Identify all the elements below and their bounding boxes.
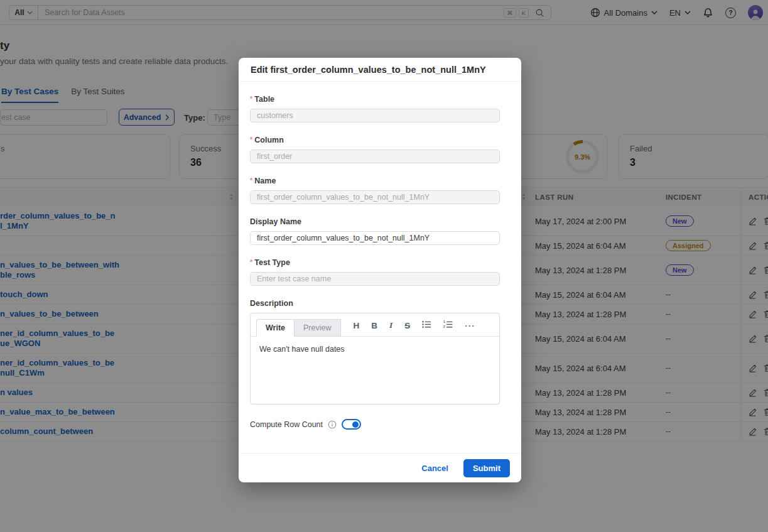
info-icon[interactable] [328,420,337,429]
strikethrough-icon[interactable]: S [404,321,410,330]
test-type-field-label: Test Type [250,258,500,267]
display-name-field-input[interactable] [250,231,500,245]
screen: All ⌘ K All Domains EN ? [0,0,768,532]
submit-button[interactable]: Submit [463,459,510,477]
compute-row-count-toggle[interactable] [342,419,361,430]
table-field-label: Table [250,95,500,104]
more-options-icon[interactable]: ··· [465,321,475,330]
markdown-editor: Write Preview H B I S 12 [250,313,500,404]
editor-tab-write[interactable]: Write [256,319,295,337]
table-field-input [250,109,500,122]
editor-toolbar: Write Preview H B I S 12 [251,313,499,337]
compute-row-count-label: Compute Row Count [250,420,323,429]
numbered-list-icon[interactable]: 12 [443,320,453,330]
toggle-knob [352,421,359,428]
heading-icon[interactable]: H [354,321,360,330]
svg-text:1: 1 [443,320,445,323]
column-field-input [250,149,500,163]
column-field-label: Column [250,136,500,144]
bold-icon[interactable]: B [371,321,377,330]
svg-text:2: 2 [443,325,445,328]
description-text[interactable]: We can't have null dates [251,337,499,362]
name-field-label: Name [250,176,500,185]
modal-footer: Cancel Submit [239,453,521,482]
test-type-field-input [250,272,500,286]
italic-icon[interactable]: I [389,320,392,330]
editor-tab-preview[interactable]: Preview [295,319,340,337]
bullet-list-icon[interactable] [422,320,431,330]
modal-title: Edit first_order_column_values_to_be_not… [239,58,521,82]
cancel-button[interactable]: Cancel [421,464,448,473]
description-field-label: Description [250,299,500,308]
edit-test-case-modal: Edit first_order_column_values_to_be_not… [239,58,521,482]
name-field-input [250,190,500,204]
display-name-field-label: Display Name [250,217,500,226]
